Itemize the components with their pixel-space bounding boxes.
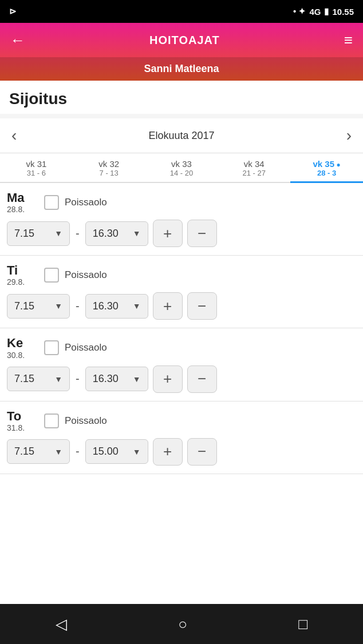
poissaolo-label-ti: Poissaolo: [65, 269, 107, 281]
header-top: ← HOITOAJAT ≡: [0, 23, 363, 57]
start-time-to[interactable]: 7.15 ▼: [7, 439, 70, 464]
remove-button-to[interactable]: −: [187, 438, 217, 466]
week-tab-35-label: vk 35: [290, 159, 363, 169]
end-time-ti[interactable]: 16.30 ▼: [85, 294, 148, 319]
status-bar-right: • ✦ 4G ▮ 10.55: [293, 6, 354, 17]
week-tab-31-label: vk 31: [0, 159, 73, 169]
week-tab-33-label: vk 33: [145, 159, 218, 169]
day-controls-ke: 7.15 ▼ - 16.30 ▼ + −: [7, 365, 356, 393]
day-name-ti: Ti: [7, 264, 38, 277]
clock: 10.55: [332, 7, 354, 17]
page-title: Sijoitus: [0, 81, 363, 114]
day-label-ti: Ti 29.8.: [7, 264, 38, 287]
bottom-nav: ◁ ○ □: [0, 604, 363, 644]
start-time-value-to: 7.15: [14, 446, 34, 458]
status-bar-left: ⊳: [9, 6, 17, 17]
prev-month-button[interactable]: ‹: [0, 126, 28, 145]
week-tab-35-dates: 28 - 3: [290, 169, 363, 177]
next-month-button[interactable]: ›: [335, 126, 363, 145]
nav-home-button[interactable]: ○: [167, 610, 199, 639]
nav-recent-button[interactable]: □: [287, 610, 319, 639]
remove-button-ke[interactable]: −: [187, 365, 217, 393]
week-tab-31[interactable]: vk 31 31 - 6: [0, 153, 73, 182]
end-time-ma[interactable]: 16.30 ▼: [85, 221, 148, 246]
poissaolo-label-to: Poissaolo: [65, 415, 107, 427]
add-button-ti[interactable]: +: [153, 292, 183, 320]
poissaolo-checkbox-ke[interactable]: [44, 340, 59, 355]
start-time-arrow-ke: ▼: [54, 375, 62, 384]
battery-icon: ▮: [324, 6, 329, 17]
start-time-arrow-ma: ▼: [54, 229, 62, 238]
poissaolo-label-ma: Poissaolo: [65, 197, 107, 208]
day-row-ma: Ma 28.8. Poissaolo 7.15 ▼ - 16.30 ▼ + −: [0, 183, 363, 256]
days-container: Ma 28.8. Poissaolo 7.15 ▼ - 16.30 ▼ + − …: [0, 183, 363, 604]
end-time-arrow-ti: ▼: [133, 301, 141, 311]
poissaolo-checkbox-ti[interactable]: [44, 268, 59, 283]
status-bar: ⊳ • ✦ 4G ▮ 10.55: [0, 0, 363, 23]
start-time-ke[interactable]: 7.15 ▼: [7, 367, 70, 391]
day-controls-ti: 7.15 ▼ - 16.30 ▼ + −: [7, 292, 356, 320]
day-controls-ma: 7.15 ▼ - 16.30 ▼ + −: [7, 220, 356, 247]
day-header-ma: Ma 28.8. Poissaolo: [7, 191, 356, 214]
day-row-ti: Ti 29.8. Poissaolo 7.15 ▼ - 16.30 ▼ + −: [0, 256, 363, 328]
start-time-arrow-ti: ▼: [54, 301, 62, 311]
week-tab-32-dates: 7 - 13: [73, 169, 145, 177]
end-time-value-ti: 16.30: [93, 300, 119, 312]
app-icon: ⊳: [9, 6, 17, 17]
start-time-ti[interactable]: 7.15 ▼: [7, 294, 70, 319]
header: ← HOITOAJAT ≡ Sanni Matleena: [0, 23, 363, 81]
poissaolo-checkbox-ma[interactable]: [44, 195, 59, 210]
dash-to: -: [74, 445, 81, 458]
day-date-ti: 29.8.: [7, 277, 38, 287]
menu-button[interactable]: ≡: [344, 31, 353, 49]
bluetooth-icon: • ✦: [293, 6, 306, 17]
header-title: HOITOAJAT: [149, 34, 220, 47]
day-row-to: To 31.8. Poissaolo 7.15 ▼ - 15.00 ▼ + −: [0, 401, 363, 474]
end-time-arrow-to: ▼: [133, 447, 141, 456]
start-time-value-ma: 7.15: [14, 228, 34, 240]
start-time-ma[interactable]: 7.15 ▼: [7, 221, 70, 246]
day-header-to: To 31.8. Poissaolo: [7, 410, 356, 432]
day-header-ke: Ke 30.8. Poissaolo: [7, 336, 356, 359]
week-tab-34-label: vk 34: [218, 159, 290, 169]
add-button-ke[interactable]: +: [153, 365, 183, 393]
day-name-ke: Ke: [7, 336, 38, 350]
start-time-arrow-to: ▼: [54, 447, 62, 456]
end-time-arrow-ma: ▼: [133, 229, 141, 238]
end-time-to[interactable]: 15.00 ▼: [85, 439, 148, 464]
add-button-ma[interactable]: +: [153, 220, 183, 247]
remove-button-ti[interactable]: −: [187, 292, 217, 320]
day-name-to: To: [7, 410, 38, 423]
day-name-ma: Ma: [7, 191, 38, 205]
week-tab-32-label: vk 32: [73, 159, 145, 169]
week-tab-31-dates: 31 - 6: [0, 169, 73, 177]
week-tab-34-dates: 21 - 27: [218, 169, 290, 177]
day-header-ti: Ti 29.8. Poissaolo: [7, 264, 356, 287]
end-time-value-to: 15.00: [93, 446, 119, 458]
day-row-ke: Ke 30.8. Poissaolo 7.15 ▼ - 16.30 ▼ + −: [0, 328, 363, 401]
header-subtitle: Sanni Matleena: [0, 57, 363, 81]
signal-icon: 4G: [309, 7, 321, 17]
end-time-arrow-ke: ▼: [133, 375, 141, 384]
nav-back-button[interactable]: ◁: [44, 610, 78, 639]
day-date-ke: 30.8.: [7, 351, 38, 360]
end-time-value-ke: 16.30: [93, 373, 119, 385]
week-tab-34[interactable]: vk 34 21 - 27: [218, 153, 290, 182]
start-time-value-ti: 7.15: [14, 300, 34, 312]
day-label-to: To 31.8.: [7, 410, 38, 432]
add-button-to[interactable]: +: [153, 438, 183, 466]
week-tabs: vk 31 31 - 6 vk 32 7 - 13 vk 33 14 - 20 …: [0, 153, 363, 183]
back-button[interactable]: ←: [10, 31, 25, 49]
end-time-ke[interactable]: 16.30 ▼: [85, 367, 148, 391]
remove-button-ma[interactable]: −: [187, 220, 217, 247]
week-tab-35[interactable]: vk 35 28 - 3: [290, 153, 363, 182]
day-date-to: 31.8.: [7, 423, 38, 432]
end-time-value-ma: 16.30: [93, 228, 119, 240]
poissaolo-label-ke: Poissaolo: [65, 342, 107, 353]
poissaolo-checkbox-to[interactable]: [44, 414, 59, 428]
day-controls-to: 7.15 ▼ - 15.00 ▼ + −: [7, 438, 356, 466]
week-tab-32[interactable]: vk 32 7 - 13: [73, 153, 145, 182]
day-label-ke: Ke 30.8.: [7, 336, 38, 359]
week-tab-33[interactable]: vk 33 14 - 20: [145, 153, 218, 182]
day-label-ma: Ma 28.8.: [7, 191, 38, 214]
